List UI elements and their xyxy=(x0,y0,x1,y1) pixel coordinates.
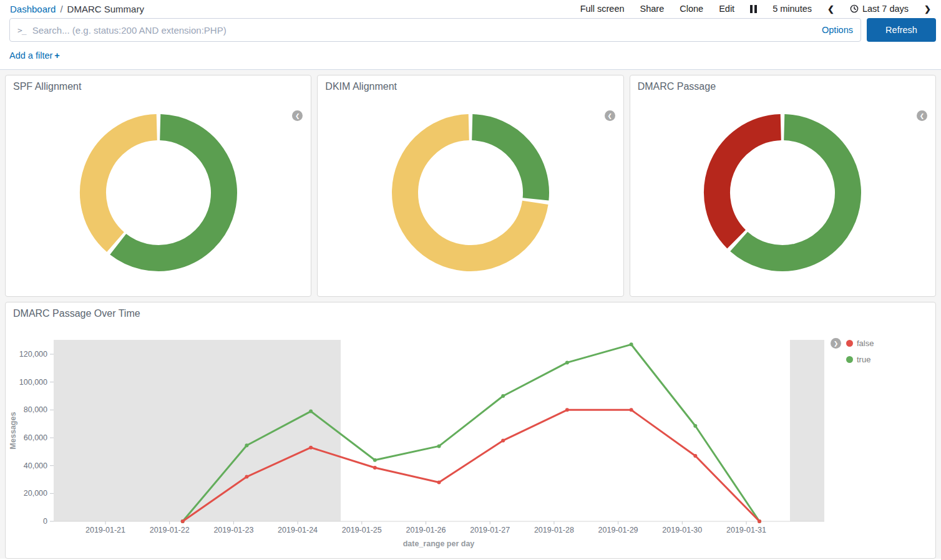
data-point-false[interactable] xyxy=(437,480,441,484)
chevron-right-icon[interactable]: ❯ xyxy=(924,4,931,14)
y-tick-label: 60,000 xyxy=(24,433,47,442)
share-button[interactable]: Share xyxy=(640,4,665,14)
search-box[interactable]: >_ Options xyxy=(9,18,861,42)
donut-svg xyxy=(71,105,246,281)
legend-items: falsetrue xyxy=(846,338,874,370)
add-filter-link[interactable]: Add a filter+ xyxy=(9,51,60,60)
panel-dmarc-passage-over-time: DMARC Passage Over Time 2019-01-212019-0… xyxy=(5,302,936,559)
full-screen-button[interactable]: Full screen xyxy=(580,4,625,14)
y-tick-label: 0 xyxy=(43,517,47,526)
legend-item-true[interactable]: true xyxy=(846,354,874,365)
breadcrumb: Dashboard / DMARC Summary xyxy=(10,4,144,14)
y-tick-label: 20,000 xyxy=(24,489,47,498)
donut-slice-false[interactable] xyxy=(93,127,157,242)
spf-donut-chart[interactable] xyxy=(6,95,311,281)
data-point-false[interactable] xyxy=(245,475,248,479)
edit-button[interactable]: Edit xyxy=(719,4,734,14)
collapse-panel-icon[interactable]: ❮ xyxy=(917,110,927,121)
x-tick-label: 2019-01-27 xyxy=(470,526,510,534)
y-axis-title: Messages xyxy=(9,412,17,450)
x-tick-label: 2019-01-28 xyxy=(534,526,574,534)
data-point-true[interactable] xyxy=(309,410,313,413)
pause-icon[interactable] xyxy=(750,5,757,13)
legend-item-false[interactable]: false xyxy=(846,338,874,349)
donut-slice-true[interactable] xyxy=(472,127,536,199)
x-tick-label: 2019-01-24 xyxy=(278,526,318,534)
dkim-donut-chart[interactable] xyxy=(318,95,623,281)
donut-panels-row: SPF Allignment ❮ DKIM Alignment ❮ DMARC … xyxy=(5,75,936,297)
legend-label: false xyxy=(857,339,874,348)
y-tick-label: 100,000 xyxy=(19,378,47,387)
panel-title: DKIM Alignment xyxy=(318,75,623,95)
expand-legend-icon[interactable]: ❯ xyxy=(831,338,841,349)
time-range-shading xyxy=(54,340,341,521)
top-menu: Full screen Share Clone Edit 5 minutes ❮… xyxy=(580,4,931,14)
data-point-true[interactable] xyxy=(373,458,377,462)
refresh-button[interactable]: Refresh xyxy=(867,18,936,42)
x-tick-label: 2019-01-21 xyxy=(85,526,125,534)
data-point-false[interactable] xyxy=(501,438,505,442)
data-point-true[interactable] xyxy=(630,342,633,346)
legend-dot-false xyxy=(846,340,853,347)
donut-slice-false[interactable] xyxy=(717,127,781,239)
data-point-true[interactable] xyxy=(693,424,697,428)
x-tick-label: 2019-01-22 xyxy=(150,526,190,534)
clone-button[interactable]: Clone xyxy=(680,4,703,14)
collapse-panel-icon[interactable]: ❮ xyxy=(605,110,615,121)
search-input[interactable] xyxy=(32,25,816,36)
data-point-false[interactable] xyxy=(630,408,633,412)
x-tick-label: 2019-01-29 xyxy=(598,526,638,534)
x-tick-label: 2019-01-25 xyxy=(342,526,382,534)
y-tick-label: 120,000 xyxy=(19,350,47,359)
donut-slice-true[interactable] xyxy=(118,127,224,258)
panel-title: SPF Allignment xyxy=(6,75,311,95)
x-tick-label: 2019-01-31 xyxy=(726,526,766,534)
x-tick-label: 2019-01-23 xyxy=(213,526,253,534)
panel-spf-alignment: SPF Allignment ❮ xyxy=(5,75,311,297)
data-point-false[interactable] xyxy=(758,519,761,523)
panel-dmarc-passage: DMARC Passage ❮ xyxy=(630,75,936,297)
add-filter-label: Add a filter xyxy=(9,51,52,60)
donut-svg xyxy=(383,105,558,281)
timeseries-line-chart[interactable]: 2019-01-212019-01-222019-01-232019-01-24… xyxy=(6,322,935,556)
filter-bar: Add a filter+ xyxy=(0,44,941,70)
timeseries-svg: 2019-01-212019-01-222019-01-232019-01-24… xyxy=(6,322,836,554)
console-prompt-icon: >_ xyxy=(17,26,26,35)
timeseries-chart-body: 2019-01-212019-01-222019-01-232019-01-24… xyxy=(6,322,935,556)
dmarc-donut-chart[interactable] xyxy=(630,95,935,281)
breadcrumb-separator: / xyxy=(60,4,62,14)
donut-svg xyxy=(695,105,870,281)
data-point-false[interactable] xyxy=(693,454,697,458)
data-point-true[interactable] xyxy=(437,444,441,448)
query-bar: >_ Options Refresh xyxy=(0,16,941,44)
x-tick-label: 2019-01-30 xyxy=(662,526,702,534)
options-link[interactable]: Options xyxy=(822,25,853,35)
panel-title: DMARC Passage Over Time xyxy=(6,302,935,322)
panel-title: DMARC Passage xyxy=(630,75,935,95)
clock-icon xyxy=(850,4,859,13)
data-point-true[interactable] xyxy=(501,394,505,398)
data-point-true[interactable] xyxy=(245,443,248,447)
page-title: DMARC Summary xyxy=(67,4,144,14)
dashboard-grid: SPF Allignment ❮ DKIM Alignment ❮ DMARC … xyxy=(0,70,941,559)
y-tick-label: 80,000 xyxy=(24,405,47,414)
x-tick-label: 2019-01-26 xyxy=(406,526,446,534)
data-point-true[interactable] xyxy=(565,360,569,364)
y-tick-label: 40,000 xyxy=(24,461,47,470)
time-range-label: Last 7 days xyxy=(862,4,909,14)
panel-dkim-alignment: DKIM Alignment ❮ xyxy=(317,75,623,297)
chevron-left-icon[interactable]: ❮ xyxy=(827,4,834,14)
data-point-false[interactable] xyxy=(565,408,569,412)
chart-legend: ❯ falsetrue xyxy=(831,338,874,370)
data-point-false[interactable] xyxy=(373,466,377,470)
breadcrumb-dashboard-link[interactable]: Dashboard xyxy=(10,4,56,14)
legend-dot-true xyxy=(846,356,853,363)
legend-label: true xyxy=(857,355,870,364)
time-range-picker[interactable]: Last 7 days xyxy=(850,4,909,14)
data-point-false[interactable] xyxy=(309,446,313,450)
plus-icon: + xyxy=(54,51,59,60)
x-axis-title: date_range per day xyxy=(403,539,475,548)
top-nav-bar: Dashboard / DMARC Summary Full screen Sh… xyxy=(0,0,941,16)
data-point-false[interactable] xyxy=(181,519,185,523)
refresh-interval-label[interactable]: 5 minutes xyxy=(773,4,812,14)
